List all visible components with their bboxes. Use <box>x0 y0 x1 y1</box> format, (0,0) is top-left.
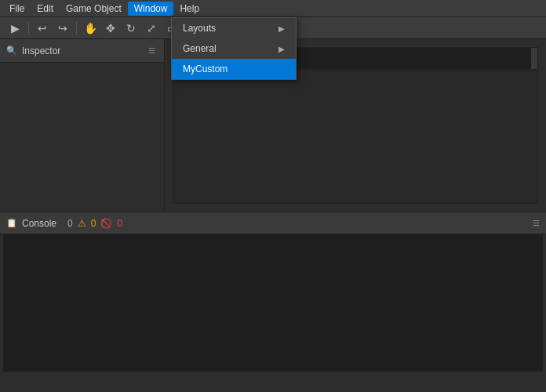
menu-window[interactable]: Window <box>128 2 174 16</box>
scale-tool-button[interactable]: ⤢ <box>143 20 160 37</box>
inspector-header: 🔍 Inspector ☰ <box>0 39 164 63</box>
console-header: 📋 Console 0 ⚠ 0 🚫 0 ☰ <box>0 212 546 234</box>
toolbar-sep-1 <box>28 22 29 34</box>
menu-bar: File Edit Game Object Window Help <box>0 0 546 17</box>
hand-tool-button[interactable]: ✋ <box>82 20 99 37</box>
warning-count-badge: 0 <box>91 218 96 229</box>
toolbar-sep-2 <box>76 22 77 34</box>
mycustom-body <box>173 70 537 203</box>
menu-file[interactable]: File <box>3 2 31 16</box>
warning-count: 0 <box>91 218 96 229</box>
console-status-bar: 0 ⚠ 0 🚫 0 <box>61 213 129 234</box>
main-layout: 🔍 Inspector ☰ MyCustom 📋 Console <box>0 39 546 392</box>
console-icon: 📋 <box>6 218 17 228</box>
console-panel: 📋 Console 0 ⚠ 0 🚫 0 ☰ <box>0 212 546 392</box>
info-count-badge: 0 <box>67 218 73 229</box>
dropdown-item-general-label: General <box>183 43 217 54</box>
inspector-panel: 🔍 Inspector ☰ <box>0 39 165 212</box>
inspector-title: Inspector <box>22 45 60 56</box>
console-title: Console <box>22 218 56 229</box>
console-options-icon[interactable]: ☰ <box>533 219 540 227</box>
menu-help[interactable]: Help <box>173 2 206 16</box>
inspector-options-icon[interactable]: ☰ <box>145 45 158 57</box>
menu-gameobject[interactable]: Game Object <box>60 2 128 16</box>
window-dropdown-menu: Layouts ▶ General ▶ MyCustom <box>171 17 297 80</box>
console-body <box>3 234 543 372</box>
dropdown-item-layouts[interactable]: Layouts ▶ <box>172 18 296 38</box>
error-count-badge: 0 <box>117 218 122 229</box>
menu-edit[interactable]: Edit <box>31 2 60 16</box>
dropdown-arrow-general: ▶ <box>278 45 285 53</box>
move-tool-button[interactable]: ✥ <box>102 20 119 37</box>
dropdown-item-mycustom-label: MyCustom <box>183 64 228 74</box>
play-button[interactable]: ▶ <box>6 20 24 37</box>
dropdown-item-general[interactable]: General ▶ <box>172 38 296 59</box>
warning-icon: ⚠ <box>78 218 86 229</box>
rotate-tool-button[interactable]: ↻ <box>122 20 140 37</box>
undo-button[interactable]: ↩ <box>34 20 51 37</box>
dropdown-arrow-layouts: ▶ <box>278 24 285 33</box>
redo-button[interactable]: ↪ <box>54 20 71 37</box>
dropdown-item-mycustom[interactable]: MyCustom <box>172 59 296 79</box>
info-count: 0 <box>67 218 73 229</box>
error-icon: 🚫 <box>100 218 112 229</box>
dropdown-item-layouts-label: Layouts <box>183 23 216 34</box>
search-icon: 🔍 <box>6 45 17 56</box>
error-count: 0 <box>117 218 122 229</box>
